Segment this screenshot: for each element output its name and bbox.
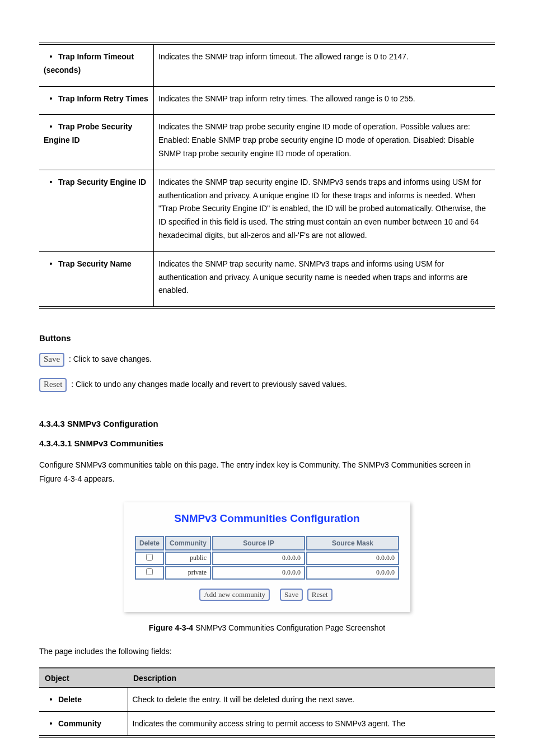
row-public-community: public xyxy=(165,552,211,565)
figure-save-button[interactable]: Save xyxy=(280,589,303,601)
figure-caption: Figure 4-3-4 SNMPv3 Communities Configur… xyxy=(39,623,495,632)
row-private-delete xyxy=(135,566,164,580)
param-trap-security-name: •Trap Security Name xyxy=(39,251,154,307)
save-button[interactable]: Save xyxy=(39,353,64,367)
desc-trap-inform-timeout: Indicates the SNMP trap inform timeout. … xyxy=(154,44,495,86)
col-source-ip: Source IP xyxy=(212,536,305,550)
row-private-source-mask[interactable]: 0.0.0.0 xyxy=(306,566,399,580)
param-trap-security-engine: •Trap Security Engine ID xyxy=(39,170,154,251)
row-private-community: private xyxy=(165,566,211,580)
col-description: Description xyxy=(128,668,495,688)
desc-community: Indicates the community access string to… xyxy=(128,711,495,736)
row-public-source-ip[interactable]: 0.0.0.0 xyxy=(212,552,305,565)
col-source-mask: Source Mask xyxy=(306,536,399,550)
desc-trap-probe-engine: Indicates the SNMP trap probe security e… xyxy=(154,115,495,170)
reset-button-desc: : Click to undo any changes made locally… xyxy=(71,380,347,389)
param-delete: •Delete xyxy=(39,687,128,711)
save-button-desc: : Click to save changes. xyxy=(69,354,152,363)
desc-delete: Check to delete the entry. It will be de… xyxy=(128,687,495,711)
row-private-source-ip[interactable]: 0.0.0.0 xyxy=(212,566,305,580)
col-delete: Delete xyxy=(135,536,164,550)
col-object: Object xyxy=(39,668,128,688)
figure-reset-button[interactable]: Reset xyxy=(307,589,332,601)
row-public-delete xyxy=(135,552,164,565)
reset-button-row: Reset : Click to undo any changes made l… xyxy=(39,378,495,392)
save-button-row: Save : Click to save changes. xyxy=(39,353,495,367)
section-subheading: 4.3.4.3.1 SNMPv3 Communities xyxy=(39,438,495,448)
buttons-section: Buttons Save : Click to save changes. Re… xyxy=(39,333,495,392)
add-new-community-button[interactable]: Add new community xyxy=(199,589,270,601)
snmpv3-communities-figure: SNMPv3 Communities Configuration Delete … xyxy=(124,502,410,612)
snmpv3-communities-table: Delete Community Source IP Source Mask p… xyxy=(134,535,400,581)
param-trap-probe-engine: •Trap Probe Security Engine ID xyxy=(39,115,154,170)
desc-trap-security-engine: Indicates the SNMP trap security engine … xyxy=(154,170,495,251)
row-public-source-mask[interactable]: 0.0.0.0 xyxy=(306,552,399,565)
col-community: Community xyxy=(165,536,211,550)
param-trap-inform-retry: •Trap Inform Retry Times xyxy=(39,86,154,115)
delete-private-checkbox[interactable] xyxy=(146,568,153,575)
trap-params-table: •Trap Inform Timeout (seconds) Indicates… xyxy=(39,43,495,309)
fields-table: Object Description •Delete Check to dele… xyxy=(39,667,495,738)
param-trap-inform-timeout: •Trap Inform Timeout (seconds) xyxy=(39,44,154,86)
section-intro: Configure SNMPv3 communities table on th… xyxy=(39,458,495,486)
param-community: •Community xyxy=(39,711,128,736)
desc-trap-inform-retry: Indicates the SNMP trap inform retry tim… xyxy=(154,86,495,115)
fields-intro: The page includes the following fields: xyxy=(39,647,495,656)
section-heading: 4.3.4.3 SNMPv3 Configuration xyxy=(39,419,495,428)
reset-button[interactable]: Reset xyxy=(39,378,67,392)
buttons-heading: Buttons xyxy=(39,333,495,343)
figure-title: SNMPv3 Communities Configuration xyxy=(124,512,410,525)
desc-trap-security-name: Indicates the SNMP trap security name. S… xyxy=(154,251,495,307)
delete-public-checkbox[interactable] xyxy=(146,554,153,561)
